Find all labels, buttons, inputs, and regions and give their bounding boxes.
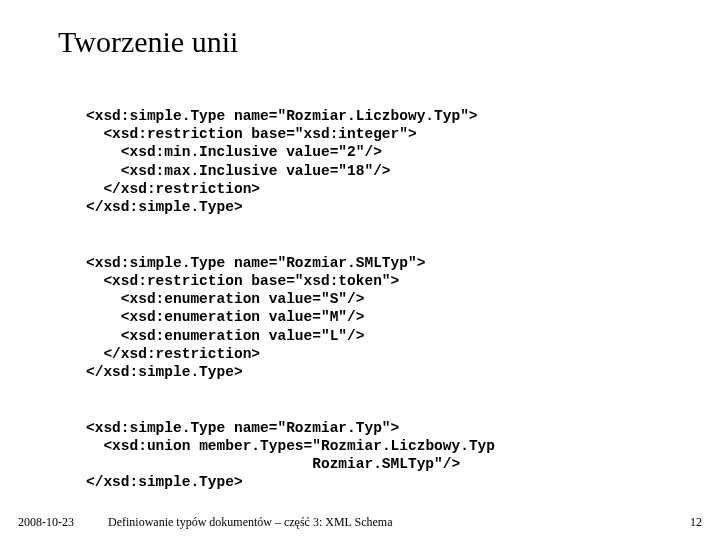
footer-page-number: 12 (672, 515, 702, 530)
code-line: </xsd:simple.Type> (86, 474, 243, 490)
slide: Tworzenie unii <xsd:simple.Type name="Ro… (0, 0, 720, 540)
code-line: </xsd:restriction> (86, 181, 260, 197)
code-line: <xsd:enumeration value="M"/> (86, 309, 364, 325)
code-line: <xsd:restriction base="xsd:token"> (86, 273, 399, 289)
code-line: <xsd:enumeration value="S"/> (86, 291, 364, 307)
code-line: <xsd:max.Inclusive value="18"/> (86, 163, 391, 179)
code-line: <xsd:simple.Type name="Rozmiar.Liczbowy.… (86, 108, 478, 124)
code-block-1: <xsd:simple.Type name="Rozmiar.Liczbowy.… (86, 89, 662, 216)
code-line-part (190, 438, 199, 454)
code-block-3: <xsd:simple.Type name="Rozmiar.Typ"> <xs… (86, 401, 662, 492)
code-line: <xsd:restriction base="xsd:integer"> (86, 126, 417, 142)
code-line: <xsd:simple.Type name="Rozmiar.Typ"> (86, 420, 399, 436)
member-types-attr: member.Types (199, 438, 303, 454)
code-line-part: <xsd: (86, 438, 147, 454)
slide-title: Tworzenie unii (58, 25, 662, 59)
code-line: </xsd:simple.Type> (86, 199, 243, 215)
code-line: Rozmiar.SMLTyp"/> (86, 456, 460, 472)
union-keyword: union (147, 438, 191, 454)
footer-date: 2008-10-23 (18, 515, 98, 530)
code-line: </xsd:simple.Type> (86, 364, 243, 380)
code-line: </xsd:restriction> (86, 346, 260, 362)
slide-footer: 2008-10-23 Definiowanie typów dokumentów… (0, 515, 720, 530)
code-line: <xsd:min.Inclusive value="2"/> (86, 144, 382, 160)
code-block-2: <xsd:simple.Type name="Rozmiar.SMLTyp"> … (86, 236, 662, 381)
code-line: <xsd:enumeration value="L"/> (86, 328, 364, 344)
code-line-part: ="Rozmiar.Liczbowy.Typ (304, 438, 495, 454)
code-line: <xsd:simple.Type name="Rozmiar.SMLTyp"> (86, 255, 425, 271)
footer-title: Definiowanie typów dokumentów – część 3:… (98, 515, 672, 530)
